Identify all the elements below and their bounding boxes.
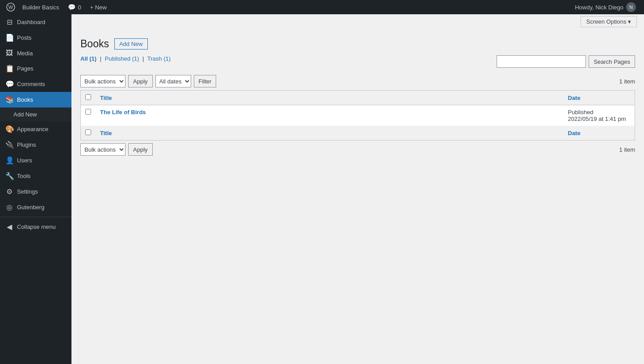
sidebar-item-users[interactable]: 👤 Users xyxy=(0,153,71,168)
sidebar-item-label: Appearance xyxy=(17,126,48,132)
title-column-header: Title xyxy=(96,91,564,105)
sidebar-item-plugins[interactable]: 🔌 Plugins xyxy=(0,137,71,153)
sidebar-item-label: Dashboard xyxy=(17,19,46,25)
date-column-footer: Date xyxy=(564,126,635,141)
wp-logo-icon[interactable]: W xyxy=(4,0,18,14)
sidebar-item-label: Gutenberg xyxy=(17,204,44,211)
add-new-button[interactable]: Add New xyxy=(114,38,148,50)
comments-icon: 💬 xyxy=(5,80,13,88)
select-all-footer xyxy=(81,126,96,141)
post-title-link[interactable]: The Life of Birds xyxy=(100,109,146,116)
filter-links: All (1) | Published (1) | Trash (1) xyxy=(80,55,171,62)
sidebar-item-label: Pages xyxy=(17,65,33,72)
search-input[interactable] xyxy=(497,55,586,68)
title-column-footer: Title xyxy=(96,126,564,141)
sidebar-item-label: Settings xyxy=(17,188,38,195)
sidebar-item-books[interactable]: 📚 Books xyxy=(0,92,71,108)
sidebar-item-settings[interactable]: ⚙ Settings xyxy=(0,184,71,199)
gutenberg-icon: ◎ xyxy=(5,203,13,211)
sidebar-item-appearance[interactable]: 🎨 Appearance xyxy=(0,121,71,137)
date-value: 2022/05/19 at 1:41 pm xyxy=(568,116,626,122)
books-icon: 📚 xyxy=(5,95,13,104)
filter-link-trash[interactable]: Trash (1) xyxy=(147,55,171,62)
plugins-icon: 🔌 xyxy=(5,141,13,149)
search-area: Search Pages xyxy=(497,55,635,68)
books-table: Title Date Th xyxy=(80,90,635,141)
bulk-actions-select-bottom[interactable]: Bulk actions xyxy=(80,143,125,156)
title-sort-link[interactable]: Title xyxy=(100,95,112,101)
search-button[interactable]: Search Pages xyxy=(589,55,635,68)
site-name-label: Builder Basics xyxy=(22,4,59,11)
select-all-checkbox[interactable] xyxy=(85,94,91,100)
new-label: + New xyxy=(90,4,107,11)
date-sort-link[interactable]: Date xyxy=(568,95,581,101)
table-row: The Life of Birds Published 2022/05/19 a… xyxy=(81,105,635,126)
sidebar-item-label: Media xyxy=(17,50,33,57)
sidebar-item-posts[interactable]: 📄 Posts xyxy=(0,30,71,46)
top-controls: All (1) | Published (1) | Trash (1) Sear… xyxy=(80,55,635,72)
row-date-cell: Published 2022/05/19 at 1:41 pm xyxy=(564,105,635,126)
date-status: Published xyxy=(568,109,594,116)
row-checkbox-cell xyxy=(81,105,96,126)
sidebar-item-books-add-new[interactable]: Add New xyxy=(0,108,71,121)
screen-options-bar: Screen Options ▾ xyxy=(71,14,644,27)
apply-button-top[interactable]: Apply xyxy=(128,75,153,87)
sidebar-item-label: Plugins xyxy=(17,141,36,148)
adminbar-site-name[interactable]: Builder Basics xyxy=(18,0,63,14)
pages-icon: 📋 xyxy=(5,64,13,73)
adminbar-comments[interactable]: 💬 0 xyxy=(63,0,85,14)
date-filter-select[interactable]: All dates xyxy=(155,75,191,87)
row-title-cell: The Life of Birds xyxy=(96,105,564,126)
adminbar-new[interactable]: + New xyxy=(86,0,111,14)
sidebar-item-label: Books xyxy=(17,96,33,103)
howdy-text: Howdy, Nick Diego xyxy=(575,4,623,11)
title-sort-link-footer[interactable]: Title xyxy=(100,130,112,136)
bulk-actions-select-top[interactable]: Bulk actions xyxy=(80,75,125,87)
row-checkbox[interactable] xyxy=(85,109,91,115)
select-all-header xyxy=(81,91,96,105)
svg-text:W: W xyxy=(8,4,13,10)
sidebar-item-label: Users xyxy=(17,157,32,164)
page-header: Books Add New xyxy=(80,34,635,50)
date-column-header: Date xyxy=(564,91,635,105)
posts-icon: 📄 xyxy=(5,33,13,42)
apply-button-bottom[interactable]: Apply xyxy=(128,143,153,156)
sidebar-item-label: Tools xyxy=(17,173,30,179)
sidebar-item-tools[interactable]: 🔧 Tools xyxy=(0,168,71,184)
comments-icon: 💬 xyxy=(68,4,75,11)
sidebar-item-label: Comments xyxy=(17,81,45,87)
sidebar-item-label: Posts xyxy=(17,34,32,41)
sidebar-item-comments[interactable]: 💬 Comments xyxy=(0,76,71,92)
collapse-icon: ◀ xyxy=(5,223,13,231)
dashboard-icon: ⊟ xyxy=(5,18,13,26)
filter-link-all[interactable]: All (1) xyxy=(80,55,96,62)
sidebar-item-gutenberg[interactable]: ◎ Gutenberg xyxy=(0,199,71,215)
sidebar-item-media[interactable]: 🖼 Media xyxy=(0,46,71,61)
select-all-checkbox-footer[interactable] xyxy=(85,129,91,135)
media-icon: 🖼 xyxy=(5,49,13,57)
screen-options-button[interactable]: Screen Options ▾ xyxy=(581,16,637,27)
adminbar-howdy[interactable]: Howdy, Nick Diego N xyxy=(570,2,640,12)
users-icon: 👤 xyxy=(5,156,13,165)
toolbar-bottom: Bulk actions Apply 1 item xyxy=(80,143,635,156)
page-title: Books xyxy=(80,38,109,50)
sidebar-item-dashboard[interactable]: ⊟ Dashboard xyxy=(0,14,71,30)
filter-button[interactable]: Filter xyxy=(194,75,217,87)
sidebar: ⊟ Dashboard 📄 Posts 🖼 Media 📋 Pages 💬 Co… xyxy=(0,14,71,364)
sidebar-item-pages[interactable]: 📋 Pages xyxy=(0,61,71,76)
filter-link-published[interactable]: Published (1) xyxy=(105,55,139,62)
item-count-top: 1 item xyxy=(619,78,635,85)
date-sort-link-footer[interactable]: Date xyxy=(568,130,581,136)
admin-bar: W Builder Basics 💬 0 + New Howdy, Nick D… xyxy=(0,0,644,14)
toolbar-top: Bulk actions Apply All dates Filter 1 it… xyxy=(80,75,635,87)
screen-options-label: Screen Options ▾ xyxy=(586,18,631,25)
item-count-bottom: 1 item xyxy=(619,146,635,153)
books-add-new-label: Add New xyxy=(13,111,37,118)
sidebar-item-label: Collapse menu xyxy=(17,223,56,230)
sidebar-item-collapse[interactable]: ◀ Collapse menu xyxy=(0,219,71,235)
main-content: Screen Options ▾ Books Add New All (1) |… xyxy=(71,14,644,364)
tools-icon: 🔧 xyxy=(5,172,13,180)
avatar: N xyxy=(626,2,636,12)
appearance-icon: 🎨 xyxy=(5,125,13,133)
adminbar-right: Howdy, Nick Diego N xyxy=(570,2,640,12)
